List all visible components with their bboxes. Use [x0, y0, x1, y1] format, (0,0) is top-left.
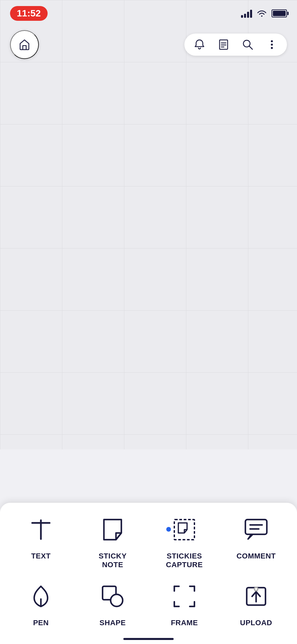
stickies-capture-label: STICKIESCAPTURE — [166, 552, 203, 570]
svg-point-8 — [271, 47, 273, 49]
signal-icon — [241, 9, 252, 18]
sticky-note-icon — [96, 513, 129, 546]
top-nav — [0, 30, 297, 59]
canvas-area[interactable] — [0, 0, 297, 449]
home-button[interactable] — [10, 30, 39, 59]
sticky-note-label: STICKYNOTE — [99, 552, 127, 570]
svg-point-7 — [271, 44, 273, 46]
bell-button[interactable] — [192, 38, 206, 52]
time-display: 11:52 — [10, 6, 48, 21]
svg-point-4 — [243, 40, 250, 47]
search-icon — [242, 39, 254, 51]
battery-icon — [272, 9, 287, 17]
svg-point-6 — [271, 40, 273, 42]
home-indicator — [123, 638, 174, 640]
upload-icon — [239, 580, 273, 613]
text-label: TEXT — [31, 552, 51, 560]
status-bar: 11:52 — [0, 0, 297, 27]
wifi-icon — [257, 9, 267, 17]
upload-tool[interactable]: UPLOAD — [222, 580, 290, 627]
frame-icon — [168, 580, 201, 613]
bell-icon — [193, 39, 205, 51]
search-button[interactable] — [241, 38, 255, 52]
bottom-toolbar: TEXT STICKYNOTE — [0, 503, 297, 644]
comment-icon — [239, 513, 273, 546]
nav-pills — [184, 34, 287, 56]
upload-label: UPLOAD — [240, 619, 272, 627]
frame-tool[interactable]: FRAME — [150, 580, 219, 627]
toolbar-grid: TEXT STICKYNOTE — [7, 513, 290, 627]
stickies-capture-icon — [168, 513, 201, 546]
notes-icon — [218, 39, 230, 51]
more-icon — [266, 39, 278, 51]
comment-tool[interactable]: COMMENT — [222, 513, 290, 570]
shape-icon — [96, 580, 129, 613]
svg-point-17 — [111, 594, 123, 606]
text-tool[interactable]: TEXT — [7, 513, 75, 570]
text-icon — [24, 513, 58, 546]
status-icons — [241, 9, 287, 18]
sticky-note-tool[interactable]: STICKYNOTE — [78, 513, 147, 570]
shape-tool[interactable]: SHAPE — [78, 580, 147, 627]
blue-dot — [166, 527, 171, 532]
comment-label: COMMENT — [236, 552, 276, 560]
pen-tool[interactable]: PEN — [7, 580, 75, 627]
frame-label: FRAME — [171, 619, 198, 627]
pen-icon — [24, 580, 58, 613]
stickies-capture-tool[interactable]: STICKIESCAPTURE — [150, 513, 219, 570]
svg-line-5 — [249, 46, 252, 49]
shape-label: SHAPE — [100, 619, 126, 627]
home-icon — [18, 38, 31, 51]
more-button[interactable] — [265, 38, 279, 52]
notes-button[interactable] — [217, 38, 231, 52]
svg-rect-12 — [245, 520, 267, 534]
pen-label: PEN — [33, 619, 49, 627]
